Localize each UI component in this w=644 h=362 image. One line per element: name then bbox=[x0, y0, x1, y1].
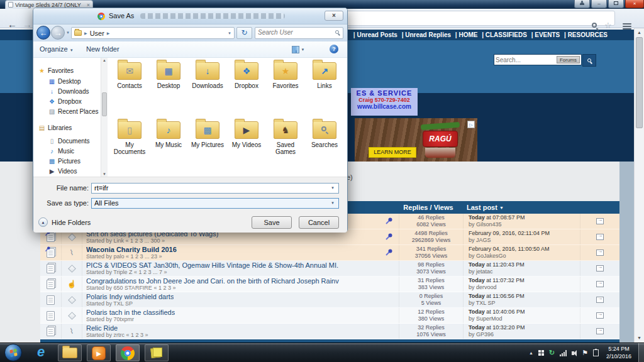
thread-title-link[interactable]: PICS & VIDEOS SAT Jan30th, Ogemaw Hills … bbox=[86, 261, 338, 269]
close-window-button[interactable]: × bbox=[625, 0, 644, 8]
ragu-ad[interactable]: LEARN MORE RAGÚ ▷ bbox=[355, 118, 477, 162]
thread-started-by[interactable]: Started by zrtrc « 1 2 3 » bbox=[86, 332, 148, 338]
taskbar-item-explorer[interactable] bbox=[58, 344, 82, 361]
last-post-jump-icon[interactable] bbox=[596, 297, 604, 303]
taskbar-item-media-player[interactable]: ▶ bbox=[87, 344, 111, 361]
save-as-type-select[interactable]: All Files ▼ bbox=[91, 198, 339, 209]
dialog-close-button[interactable]: × bbox=[325, 11, 343, 21]
recent-pages-chevron-icon[interactable]: ▼ bbox=[66, 31, 70, 35]
thread-title-link[interactable]: Congradulations to John Deere Joe and Ca… bbox=[86, 277, 339, 285]
back-icon[interactable]: ← bbox=[8, 19, 17, 30]
sidebar-item-dropbox[interactable]: ❖Dropbox bbox=[48, 97, 82, 106]
dropdown-caret-icon[interactable]: ▼ bbox=[328, 184, 337, 192]
last-post-author[interactable]: by GP396 bbox=[469, 331, 494, 338]
hide-folders-button[interactable]: ▲ Hide Folders bbox=[38, 217, 91, 227]
folder-item-desktop[interactable]: ▦Desktop bbox=[149, 59, 188, 117]
show-desktop-button[interactable] bbox=[638, 343, 644, 362]
last-post-jump-icon[interactable] bbox=[596, 265, 604, 272]
last-post-jump-icon[interactable] bbox=[596, 250, 604, 256]
zoom-out-icon[interactable] bbox=[592, 23, 597, 28]
folder-item-links[interactable]: ↗Links bbox=[305, 59, 344, 117]
removable-device-icon[interactable] bbox=[593, 349, 599, 356]
last-post-jump-icon[interactable] bbox=[596, 328, 604, 334]
thread-started-by[interactable]: Started by TXL SP bbox=[86, 300, 133, 307]
save-button[interactable]: Save bbox=[252, 216, 292, 229]
start-button[interactable] bbox=[4, 344, 22, 361]
last-post-author[interactable]: by JAGS bbox=[469, 237, 491, 244]
sidebar-group-libraries[interactable]: ▤Libraries bbox=[38, 123, 72, 132]
browser-menu-icon[interactable] bbox=[623, 22, 631, 31]
folder-item-my-documents[interactable]: ▯My Documents bbox=[110, 118, 149, 176]
breadcrumb-dropdown-icon[interactable]: ▼ bbox=[228, 31, 231, 35]
last-post-jump-icon[interactable] bbox=[596, 234, 604, 240]
maximize-button[interactable] bbox=[608, 0, 624, 8]
profile-button[interactable] bbox=[574, 0, 590, 8]
sidebar-item-documents[interactable]: ▯Documents bbox=[48, 136, 90, 145]
taskbar-item-sticky-notes[interactable] bbox=[145, 344, 169, 361]
dropdown-caret-icon[interactable]: ▼ bbox=[328, 199, 337, 207]
breadcrumb-separator-icon[interactable]: ▶ bbox=[107, 31, 110, 35]
replies-views-header[interactable]: Replies / Views bbox=[396, 201, 460, 214]
folder-item-downloads[interactable]: ↓Downloads bbox=[188, 59, 227, 117]
nav-home[interactable]: HOME bbox=[455, 31, 478, 38]
last-post-author[interactable]: by TXL SP bbox=[469, 300, 496, 307]
organize-button[interactable]: Organize ▼ bbox=[40, 45, 74, 53]
folder-item-searches[interactable]: Searches bbox=[305, 118, 344, 176]
last-post-author[interactable]: by GoJakesGo bbox=[469, 253, 506, 260]
volume-icon[interactable] bbox=[572, 351, 574, 355]
folder-item-saved-games[interactable]: ♞Saved Games bbox=[266, 118, 305, 176]
sidebar-item-music[interactable]: ♪Music bbox=[48, 146, 74, 155]
tab-close-icon[interactable]: × bbox=[87, 2, 90, 8]
sync-icon[interactable]: ↻ bbox=[549, 349, 555, 357]
folder-item-my-pictures[interactable]: ▩My Pictures bbox=[188, 118, 227, 176]
back-button[interactable]: ← bbox=[36, 26, 50, 40]
dialog-titlebar[interactable]: Save As × bbox=[33, 8, 347, 25]
bookmark-star-icon[interactable]: ☆ bbox=[604, 21, 612, 30]
last-post-author[interactable]: by Gilson435 bbox=[469, 221, 502, 228]
file-name-field[interactable]: ▼ bbox=[91, 183, 339, 194]
forum-search-scope-button[interactable]: Forums bbox=[557, 56, 580, 63]
nav-unread-replies[interactable]: Unread Replies bbox=[402, 31, 451, 38]
taskbar-item-chrome[interactable] bbox=[116, 344, 140, 361]
folder-item-contacts[interactable]: ✉Contacts bbox=[110, 59, 149, 117]
scroll-down-icon[interactable]: ▼ bbox=[635, 334, 644, 343]
sidebar-scrollbar[interactable]: ▲ ▼ bbox=[101, 58, 108, 177]
sidebar-item-videos[interactable]: ▶Videos bbox=[48, 167, 77, 175]
last-post-jump-icon[interactable] bbox=[596, 312, 604, 319]
billcase-ad[interactable]: ES & SERVICE Craig 570-729-7402 www.bill… bbox=[351, 88, 418, 116]
taskbar-clock[interactable]: 5:24 PM 2/10/2016 bbox=[601, 345, 636, 360]
scroll-up-icon[interactable]: ▲ bbox=[101, 58, 108, 62]
file-name-input[interactable] bbox=[94, 184, 314, 192]
scroll-down-icon[interactable]: ▼ bbox=[101, 172, 108, 176]
forward-icon[interactable]: → bbox=[23, 19, 32, 30]
thread-title-link[interactable]: Waconia Charity Build 2016 bbox=[86, 246, 177, 253]
refresh-button[interactable]: ↻ bbox=[236, 27, 252, 39]
page-scrollbar[interactable]: ▲ ▼ bbox=[634, 28, 644, 343]
nav-resources[interactable]: RESOURCES bbox=[564, 31, 608, 38]
thread-title-link[interactable]: Polaris tach in the classifieds bbox=[86, 309, 175, 316]
folder-item-favorites[interactable]: ★Favorites bbox=[266, 59, 305, 117]
nav-events[interactable]: EVENTS bbox=[531, 31, 560, 38]
learn-more-button[interactable]: LEARN MORE bbox=[369, 147, 416, 158]
last-post-jump-icon[interactable] bbox=[596, 218, 604, 224]
folder-item-my-music[interactable]: ♪My Music bbox=[149, 118, 188, 176]
thread-started-by[interactable]: Started by palo « 1 2 3 ... 23 » bbox=[86, 253, 162, 260]
thread-started-by[interactable]: Started by Triple Z « 1 2 3 ... 7 » bbox=[86, 269, 167, 275]
scrollbar-thumb[interactable] bbox=[636, 37, 643, 128]
last-post-author[interactable]: by jetatac bbox=[469, 268, 493, 275]
tray-expand-icon[interactable]: ▲ bbox=[529, 351, 533, 355]
cancel-button[interactable]: Cancel bbox=[299, 216, 339, 229]
thread-started-by[interactable]: Started by 650 STARFIRE « 1 2 3 » bbox=[86, 285, 175, 291]
taskbar-item-internet-explorer[interactable]: e bbox=[29, 344, 53, 361]
forward-button[interactable]: → bbox=[51, 26, 65, 40]
action-center-flag-icon[interactable]: ⚑ bbox=[582, 349, 588, 357]
ad-choices-icon[interactable]: ▷ bbox=[467, 121, 475, 128]
breadcrumb-user[interactable]: User bbox=[90, 30, 104, 37]
last-post-author[interactable]: by SuperMod bbox=[469, 315, 502, 322]
help-button[interactable]: ? bbox=[330, 45, 338, 53]
last-post-header[interactable]: Last post ▼ bbox=[467, 201, 504, 214]
forum-search-button[interactable] bbox=[582, 54, 596, 67]
thread-title-link[interactable]: Relic Ride bbox=[86, 324, 118, 332]
thread-started-by[interactable]: Started by Link « 1 2 3 ... 300 » bbox=[86, 238, 165, 244]
sidebar-item-recent-places[interactable]: ▨Recent Places bbox=[48, 107, 98, 116]
